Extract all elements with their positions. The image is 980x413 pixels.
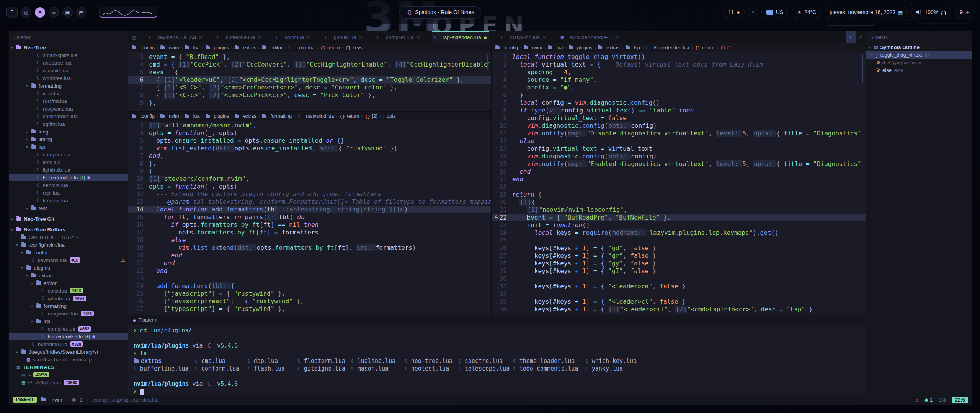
outline-item-else[interactable]: ≷elseelse [866,66,972,74]
pane-rustywind-lua[interactable]: .config›nvim›lua›plugins›extras›formatti… [128,111,491,315]
file-conform-lua[interactable]: ☾conform.lua [195,365,247,372]
file-flash-lua[interactable]: ☾flash.lua [247,365,297,372]
code-line-7[interactable]: 7 local config = vim.diagnostic.config() [492,99,866,107]
code-line-6[interactable]: 6 } [492,91,866,99]
workspace-button-2[interactable]: ⚑ [35,7,45,18]
code-line-18[interactable]: 18 [492,183,866,191]
code-line-19[interactable]: 19return { [492,191,866,198]
tab-scrollbar-handle[interactable]: ▩scrollbar-handle-…× [558,31,622,43]
tab-rustywind-lua[interactable]: ☾rustywind.lua× [498,31,549,43]
tree-item-lsp-extended-lu[interactable]: ☾lsp-extended.lu[+]● [9,174,128,181]
file-neotest-lua[interactable]: ☾neotest.lua [405,365,458,372]
code-line-2[interactable]: 2 local virtual_text = { -- Default virt… [492,61,866,68]
file-bufferline-lua[interactable]: ☾bufferline.lua [134,365,195,372]
pane-color-lua[interactable]: .config›nvim›lua›plugins›extras›editor›☾… [128,43,491,111]
close-icon[interactable]: × [258,34,262,40]
code-area[interactable]: 3[1]"williamboman/mason.nvim",4opts = fu… [128,121,491,313]
code-line-5[interactable]: 5 opts.ensure_installed = opts.ensure_in… [128,137,491,145]
weather-widget[interactable]: ☀ 24°C [792,7,821,18]
code-line-3[interactable]: 3[1]"williamboman/mason.nvim", [128,122,491,129]
tab-color-lua[interactable]: ☾color.lua× [273,31,313,43]
code-line-21[interactable]: 21 end [128,259,491,267]
code-line-31[interactable]: 31 keys[#keys + 1] = { "<leader>ca", fal… [492,283,866,290]
code-line-20[interactable]: 20 end [128,252,491,259]
code-line-4[interactable]: 4opts = function(_, opts) [128,129,491,137]
tree-item-terminals[interactable]: ▤TERMINALS [9,363,128,371]
close-icon[interactable]: × [359,34,363,40]
code-line-24[interactable]: 24 local keys = require(modname: "lazyvi… [492,229,866,237]
file-dap-lua[interactable]: ☾dap.lua [247,357,297,365]
code-line-32[interactable]: 32 [492,290,866,298]
code-line-10[interactable]: 10 vim.diagnostic.config(opts: config) [492,122,866,130]
tab-lsp-extended-lua[interactable]: ☾lsp-extended.lua● [432,31,489,43]
tree-item-isort-lua[interactable]: ☾isort.lua [9,89,128,97]
code-line-26[interactable]: 26 keys[#keys + 1] = { "gd", false } [492,244,866,252]
code-line-29[interactable]: 29 keys[#keys + 1] = { "gI", false } [492,267,866,275]
tree-item-formatting[interactable]: ▾formatting [9,302,128,310]
outline-title-row[interactable]: ▾▤Symbols Outline [866,43,972,51]
code-line-17[interactable]: 17 opts.formatters_by_ft[ft] = formatter… [128,229,491,236]
tree-item-lsp[interactable]: ▾lsp [9,143,128,151]
close-icon[interactable]: × [616,34,620,40]
code-line-22[interactable]: 22ϟ event = { "BufReadPre", "BufNewFile"… [492,214,866,221]
tree-item-smart-splits-lua[interactable]: ☾smart-splits.lua [9,51,128,59]
code-line-3[interactable]: 3 spacing = 4, [492,68,866,76]
code-line-10[interactable]: 10[1]"stevearc/conform.nvim", [128,175,491,183]
tree-item-sqlfmt-lua[interactable]: ☾sqlfmt.lua [9,120,128,128]
code-line-23[interactable]: 23 init = function() [492,221,866,229]
code-line-17[interactable]: 17end [492,176,866,183]
tree-item-lightbulb-lua[interactable]: ☾lightbulb.lua [9,166,128,174]
tree-item-rustywind-lua[interactable]: ☾rustywind.lua#726 [9,310,128,317]
code-line-4[interactable]: 4cmd = { [1]"CccPick", [2]"CccConvert", … [128,61,491,68]
keyboard-layout-widget[interactable]: US [761,7,788,18]
code-line-7[interactable]: 7end, [128,152,491,160]
tree-item-neodim-lua[interactable]: ☾neodim.lua [9,181,128,189]
tree-item-timeout-lua[interactable]: ☾timeout.lua [9,197,128,204]
tree-item-editor[interactable]: ▾editor [9,279,128,287]
code-area[interactable]: 3event = { "BufRead" },4cmd = { [1]"CccP… [128,52,491,107]
tab-keymaps-lua[interactable]: ☾keymaps.lua⚠3× [146,31,205,43]
code-line-1[interactable]: 1local function toggle_diag_virtext() [492,53,866,61]
code-line-19[interactable]: 19 vim.list_extend(dst: opts.formatters_… [128,244,491,252]
tabpage-2[interactable]: 2 [856,31,866,43]
tree-item-color-lua[interactable]: ☾color.lua#493 [9,287,128,294]
code-line-11[interactable]: 11 vim.notify(msg: "Disable diagnostics … [492,130,866,137]
code-line-11[interactable]: 11opts = function(_, opts) [128,183,491,190]
close-icon[interactable]: × [416,34,420,40]
scrollbar-handle[interactable] [862,54,863,83]
code-line-4[interactable]: 4 source = "if_many", [492,76,866,84]
code-line-6[interactable]: 6 { [1]"<leader>uC", [2]"<cmd>CccHighlig… [128,76,491,84]
code-line-8[interactable]: 8}, [128,160,491,167]
tree-item-keymaps-lua[interactable]: ☾keymaps.lua#10⚠ [9,256,128,264]
code-line-27[interactable]: 27 ["typescript"] = { "rustywind" }, [128,305,491,313]
tree-item-bufferline-lua[interactable]: ☾bufferline.lua#328 [9,340,128,348]
tree-item-shellharden-lua[interactable]: ☾shellharden.lua [9,112,128,120]
code-line-23[interactable]: 23 [128,275,491,282]
file-which-key-lua[interactable]: ☾which-key.lua [585,357,860,365]
tree-item-open-buffers-in[interactable]: OPEN BUFFERS in ~ [9,233,128,241]
tabpage-1[interactable]: 1 [846,31,856,43]
code-line-34[interactable]: 34 keys[#keys + 1] = { [1]"<leader>cil",… [492,306,866,313]
file-mason-lua[interactable]: ☾mason.lua [351,365,405,372]
tree-item-formatting[interactable]: ▾formatting [9,82,128,89]
date-widget[interactable]: jueves, noviembre 16, 2023 ▦ [825,7,908,18]
updates-widget[interactable]: 11 ◆ [723,7,745,18]
tree-item-worktree-lua[interactable]: ☾worktree.lua [9,74,128,82]
code-line-30[interactable]: 30 [492,275,866,283]
code-line-9[interactable]: 9}, [128,99,491,107]
code-line-12[interactable]: 12 else [492,137,866,145]
tree-item-config-nvim-lua[interactable]: ▾.config/nvim/lua [9,241,128,249]
code-line-22[interactable]: 22 end [128,267,491,275]
workspace-button-5[interactable]: ▤ [76,7,87,18]
tree-item-test[interactable]: ▸test [9,204,128,212]
outline-item-toggle-diag-virtext[interactable]: ▾ƒtoggle_diag_virtextfu [866,51,972,59]
code-line-15[interactable]: 15 vim.notify(msg: "Enabled diagnostics … [492,160,866,168]
workspace-button-3[interactable]: ∞ [49,7,59,18]
code-line-18[interactable]: 18 else [128,236,491,244]
file-neo-tree-lua[interactable]: ☾neo-tree.lua [405,357,458,365]
code-line-13[interactable]: 13 ---@param tbl table<string, conform.F… [128,198,491,206]
screens-widget[interactable]: 9 ⊞ [955,7,975,18]
close-icon[interactable]: × [198,34,203,40]
code-line-28[interactable]: 28 keys[#keys + 1] = { "gy", false } [492,260,866,267]
music-widget[interactable]: ♫ Spiritbox - Rule Of Nines [399,6,482,19]
